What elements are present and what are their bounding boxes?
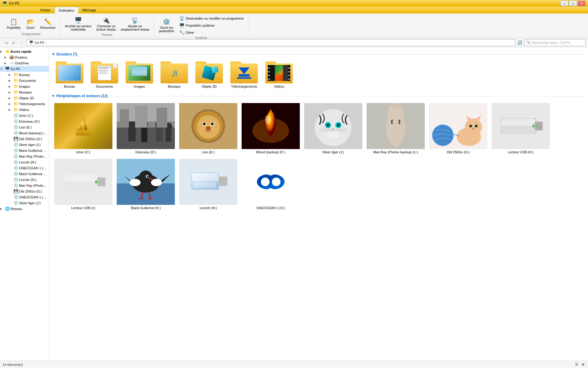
man-ray-label: Man Ray (Photos b…	[19, 155, 47, 158]
sidebar-item-images[interactable]: ▶ 📁 Images	[0, 83, 49, 89]
ribbon-content: 📋 Propriétés 📂 Ouvrir ✏️ Renommer Emplac…	[0, 13, 588, 38]
drive-lion[interactable]: Lion (E:)	[178, 101, 239, 156]
sidebar-item-silver-tiger-1[interactable]: 💿 Silver tiger (J:)	[0, 142, 49, 148]
folder-telechargements-name: Téléchargements	[231, 85, 257, 88]
drive-black-guillemot[interactable]: Black Guillemot (K:)	[115, 157, 176, 212]
svg-point-81	[151, 179, 162, 186]
uninstall-button[interactable]: 🗑️ Désinstaller ou modifier un programme	[177, 15, 246, 21]
folder-documents[interactable]: Documents	[88, 59, 121, 90]
folder-telechargements[interactable]: Téléchargements	[227, 59, 261, 90]
sidebar-item-ichor[interactable]: 💿 Ichor (C:)	[0, 113, 49, 118]
sidebar-item-quick-access[interactable]: ▶ ⭐ Accès rapide	[0, 48, 49, 54]
svg-rect-72	[64, 175, 98, 182]
drive-usb1[interactable]: Lecteur USB (H:)	[490, 101, 551, 156]
sidebar-item-musique[interactable]: ▶ 📁 Musique	[0, 89, 49, 95]
lion-name: Lion (E:)	[202, 150, 215, 154]
sidebar-item-black-guillemot-2[interactable]: 💿 Black Guillemot (K:)	[0, 171, 49, 177]
close-button[interactable]: ✕	[578, 1, 586, 6]
doisneau-icon: 💿	[13, 119, 18, 124]
title-bar-controls: ─ □ ✕	[560, 1, 586, 6]
drive-blood[interactable]: Blood (backup) (F:)	[240, 101, 301, 156]
old256-thumbnail	[429, 103, 487, 149]
maximize-button[interactable]: □	[569, 1, 577, 6]
tab-affichage[interactable]: Affichage	[78, 7, 100, 13]
back-button[interactable]: ◀	[2, 39, 9, 46]
search-box[interactable]: 🔍 Rechercher dans : Ce PC	[524, 39, 586, 46]
sidebar-item-lincoln-1[interactable]: 💿 Lincoln (N:)	[0, 159, 49, 165]
usb1-name: Lecteur USB (H:)	[508, 150, 533, 154]
folder-bureau[interactable]: Bureau	[53, 59, 86, 90]
sidebar-item-documents[interactable]: ▶ 📁 Documents	[0, 78, 49, 83]
sidebar-item-man-ray-2[interactable]: 💿 Man Ray (Photos bac…	[0, 182, 49, 188]
folder-images[interactable]: Images	[123, 59, 156, 90]
svg-point-55	[465, 118, 482, 136]
doisneau-image	[117, 103, 175, 149]
sidebar-item-oneocean-1[interactable]: 💿 ONEOCEAN 1 (O:)	[0, 165, 49, 171]
up-button[interactable]: ↑	[18, 39, 25, 46]
drive-man-ray[interactable]: Man Ray (Photos backup) (L:)	[365, 101, 426, 156]
sidebar-item-ce-pc[interactable]: ▼ 🖥️ Ce PC	[0, 66, 49, 72]
connect-drive-label: Connecter unlecteur réseau	[96, 25, 116, 31]
sidebar-item-dropbox[interactable]: ▶ 📦 Dropbox	[0, 54, 49, 60]
drive-silver-tiger[interactable]: Silver tiger (J:)	[303, 101, 364, 156]
sidebar-item-reseau[interactable]: ▶ 🌐 Réseau	[0, 206, 49, 212]
devices-section-title: Périphériques et lecteurs (12)	[56, 94, 108, 98]
folder-videos[interactable]: Vidéos	[262, 59, 296, 90]
sys-properties-button[interactable]: 🖥️ Propriétés système	[177, 22, 246, 29]
sidebar-item-black-guillemot-1[interactable]: 💿 Black Guillemot (K:)	[0, 148, 49, 153]
svg-rect-90	[219, 177, 227, 186]
open-settings-button[interactable]: ⚙️ Ouvrir lesparamètres	[157, 17, 176, 34]
drive-oneocean[interactable]: ONEOCEAN 1 (O:)	[240, 157, 301, 212]
sidebar-item-lion[interactable]: 💿 Lion (E:)	[0, 124, 49, 130]
open-button[interactable]: 📂 Ouvrir	[24, 17, 37, 31]
tab-ordinateur[interactable]: Ordinateur	[55, 7, 78, 13]
properties-button[interactable]: 📋 Propriétés	[5, 17, 23, 31]
drive-lincoln[interactable]: Lincoln (N:)	[178, 157, 239, 212]
bureau-icon: 📁	[13, 72, 18, 77]
connect-drive-button[interactable]: 🔌 Connecter unlecteur réseau	[95, 15, 118, 33]
svg-rect-70	[535, 122, 542, 130]
forward-button[interactable]: ▶	[10, 39, 17, 46]
minimize-button[interactable]: ─	[560, 1, 568, 6]
details-view-button[interactable]: ☰	[574, 362, 579, 367]
arrow-icon: ▶	[9, 79, 13, 82]
sidebar-item-oneocean-2[interactable]: 💿 ONEOCEAN 1 (O:)	[0, 194, 49, 200]
drive-ichor[interactable]: Ichor (C:)	[53, 101, 114, 156]
folder-musique[interactable]: ♪ ) Musique	[157, 59, 191, 90]
reseau-label: Réseau	[102, 33, 112, 36]
sidebar-item-old256-1[interactable]: 💾 Old 256Go (G:)	[0, 136, 49, 142]
refresh-button[interactable]: 🔄	[516, 39, 523, 46]
properties-label: Propriétés	[7, 26, 21, 29]
media-server-button[interactable]: 🖥️ Accéder au serveurmultimédia	[63, 15, 93, 33]
tab-fichier[interactable]: Fichier	[37, 7, 55, 13]
sidebar-item-telechargements[interactable]: ▶ 📁 Téléchargements	[0, 101, 49, 107]
drive-doisneau[interactable]: Doisneau (D:)	[115, 101, 176, 156]
grid-view-button[interactable]: ⊞	[580, 362, 586, 367]
sidebar-item-doisneau[interactable]: 💿 Doisneau (D:)	[0, 118, 49, 124]
rename-button[interactable]: ✏️ Renommer	[39, 17, 57, 31]
sidebar-item-videos[interactable]: ▶ 📁 Vidéos	[0, 107, 49, 113]
sidebar-item-objets3d[interactable]: ▶ 📁 Objets 3D	[0, 95, 49, 101]
sidebar-item-bureau[interactable]: ▶ 📁 Bureau	[0, 72, 49, 78]
silver-tiger-icon-2: 💿	[13, 201, 18, 205]
arrow-icon: ▶	[9, 73, 13, 76]
blood-label: Blood (backup) (F:)	[19, 131, 47, 135]
folders-section-title: Dossiers (7)	[56, 52, 77, 56]
sidebar-item-silver-tiger-2[interactable]: 💿 Silver tiger (J:)	[0, 200, 49, 206]
blood-thumbnail	[242, 103, 300, 149]
sidebar-item-lincoln-2[interactable]: 💿 Lincoln (N:)	[0, 177, 49, 182]
drive-usb2[interactable]: Lecteur USB (I:)	[53, 157, 114, 212]
manage-label: Gérer	[186, 31, 194, 34]
quick-access-icon: ⭐	[5, 49, 10, 54]
sidebar-item-blood[interactable]: 💿 Blood (backup) (F:)	[0, 130, 49, 136]
content-area: ▼ Dossiers (7) Bureau	[49, 47, 588, 361]
drive-old256[interactable]: Old 256Go (G:)	[428, 101, 489, 156]
folder-objets3d[interactable]: Objets 3D	[192, 59, 226, 90]
silver-tiger-name: Silver tiger (J:)	[322, 150, 344, 154]
manage-button[interactable]: 🔧 Gérer	[177, 29, 246, 36]
address-path[interactable]: 🖥️ Ce PC ›	[26, 39, 515, 46]
sidebar-item-old256-2[interactable]: 💾 Old 256Go (G:)	[0, 188, 49, 194]
sidebar-item-man-ray-1[interactable]: 💿 Man Ray (Photos b…	[0, 153, 49, 159]
sidebar-item-onedrive[interactable]: ▶ ☁️ OneDrive	[0, 60, 49, 66]
add-location-button[interactable]: 📡 Ajouter unemplacement réseau	[119, 15, 151, 33]
